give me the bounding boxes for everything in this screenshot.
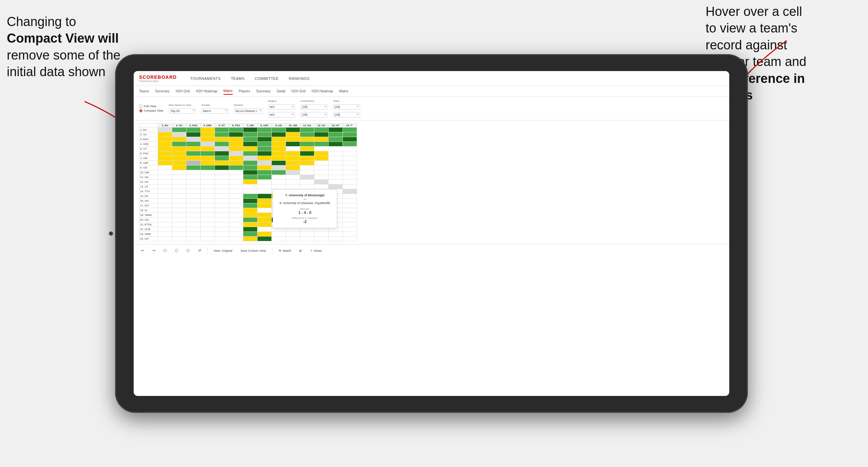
matrix-cell[interactable] [258, 222, 272, 227]
matrix-cell[interactable] [201, 199, 215, 203]
matrix-cell[interactable] [229, 180, 243, 184]
matrix-cell[interactable] [229, 194, 243, 199]
conference-select2[interactable]: (All) [301, 112, 328, 117]
matrix-cell[interactable] [229, 199, 243, 203]
matrix-cell[interactable] [272, 142, 286, 147]
matrix-cell[interactable] [243, 137, 258, 142]
matrix-cell[interactable] [258, 170, 272, 175]
matrix-cell[interactable] [272, 232, 286, 237]
refresh-button[interactable]: ↺ [196, 247, 203, 254]
matrix-cell[interactable] [158, 189, 172, 194]
matrix-cell[interactable] [186, 194, 201, 199]
matrix-cell[interactable] [172, 142, 186, 147]
subnav-teams[interactable]: Teams [139, 88, 149, 94]
matrix-cell[interactable] [286, 232, 300, 237]
matrix-cell[interactable] [201, 170, 215, 175]
matrix-cell[interactable] [201, 222, 215, 227]
matrix-cell[interactable] [243, 222, 258, 227]
matrix-cell[interactable] [286, 180, 300, 184]
matrix-cell[interactable] [201, 237, 215, 241]
matrix-cell[interactable] [343, 218, 357, 222]
matrix-cell[interactable] [201, 180, 215, 184]
matrix-cell[interactable] [229, 161, 243, 165]
matrix-cell[interactable] [272, 128, 286, 132]
matrix-cell[interactable] [172, 175, 186, 180]
matrix-cell[interactable] [343, 142, 357, 147]
matrix-cell[interactable] [300, 180, 314, 184]
radio-compact-view[interactable]: Compact View [139, 109, 163, 112]
matrix-cell[interactable] [172, 151, 186, 156]
matrix-cell[interactable] [272, 151, 286, 156]
matrix-cell[interactable] [314, 180, 329, 184]
matrix-cell[interactable] [186, 189, 201, 194]
matrix-cell[interactable] [329, 147, 343, 151]
matrix-cell[interactable] [172, 218, 186, 222]
matrix-cell[interactable] [229, 208, 243, 213]
matrix-cell[interactable] [215, 189, 229, 194]
matrix-cell[interactable] [186, 218, 201, 222]
matrix-cell[interactable] [300, 165, 314, 170]
matrix-cell[interactable] [186, 128, 201, 132]
matrix-cell[interactable] [229, 137, 243, 142]
matrix-cell[interactable] [186, 147, 201, 151]
matrix-cell[interactable] [314, 147, 329, 151]
matrix-cell[interactable] [272, 137, 286, 142]
matrix-cell[interactable] [258, 227, 272, 232]
matrix-cell[interactable] [286, 165, 300, 170]
matrix-cell[interactable] [329, 180, 343, 184]
region-select2[interactable]: N/A [268, 112, 295, 117]
matrix-cell[interactable] [215, 180, 229, 184]
view-original-button[interactable]: View: Original [212, 248, 234, 253]
subnav-players[interactable]: Players [239, 88, 250, 94]
matrix-cell[interactable] [172, 208, 186, 213]
matrix-cell[interactable] [343, 208, 357, 213]
matrix-cell[interactable] [201, 161, 215, 165]
matrix-cell[interactable] [215, 218, 229, 222]
matrix-cell[interactable] [172, 199, 186, 203]
matrix-cell[interactable] [258, 232, 272, 237]
matrix-cell[interactable] [215, 170, 229, 175]
matrix-cell[interactable] [343, 132, 357, 137]
tool2-button[interactable]: ⬡ [173, 247, 180, 254]
matrix-cell[interactable] [215, 194, 229, 199]
matrix-cell[interactable] [215, 227, 229, 232]
matrix-cell[interactable] [300, 170, 314, 175]
matrix-cell[interactable] [201, 175, 215, 180]
matrix-cell[interactable] [343, 199, 357, 203]
matrix-cell[interactable] [186, 203, 201, 208]
matrix-cell[interactable] [258, 184, 272, 189]
nav-tournaments[interactable]: TOURNAMENTS [190, 75, 221, 82]
matrix-cell[interactable] [243, 165, 258, 170]
matrix-cell[interactable] [186, 137, 201, 142]
matrix-cell[interactable] [286, 151, 300, 156]
matrix-cell[interactable] [186, 132, 201, 137]
matrix-cell[interactable] [172, 203, 186, 208]
matrix-cell[interactable] [243, 199, 258, 203]
matrix-cell[interactable] [272, 132, 286, 137]
matrix-cell[interactable] [300, 232, 314, 237]
matrix-cell[interactable] [343, 227, 357, 232]
matrix-cell[interactable] [215, 222, 229, 227]
undo-button[interactable]: ↩ [139, 247, 146, 254]
matrix-cell[interactable] [186, 156, 201, 161]
matrix-cell[interactable] [186, 180, 201, 184]
save-custom-button[interactable]: Save Custom View [238, 248, 268, 253]
matrix-cell[interactable] [172, 194, 186, 199]
matrix-cell[interactable] [300, 237, 314, 241]
matrix-cell[interactable] [300, 147, 314, 151]
matrix-cell[interactable] [243, 132, 258, 137]
matrix-cell[interactable] [314, 151, 329, 156]
matrix-cell[interactable] [243, 151, 258, 156]
matrix-cell[interactable] [201, 132, 215, 137]
subnav-matrix2[interactable]: Matrix [339, 88, 348, 94]
matrix-cell[interactable] [215, 137, 229, 142]
matrix-cell[interactable] [186, 161, 201, 165]
matrix-cell[interactable] [343, 203, 357, 208]
matrix-cell[interactable] [258, 128, 272, 132]
matrix-cell[interactable] [329, 175, 343, 180]
matrix-cell[interactable] [201, 218, 215, 222]
subnav-summary[interactable]: Summary [155, 88, 170, 94]
matrix-cell[interactable] [243, 161, 258, 165]
matrix-cell[interactable] [343, 170, 357, 175]
matrix-cell[interactable] [172, 189, 186, 194]
